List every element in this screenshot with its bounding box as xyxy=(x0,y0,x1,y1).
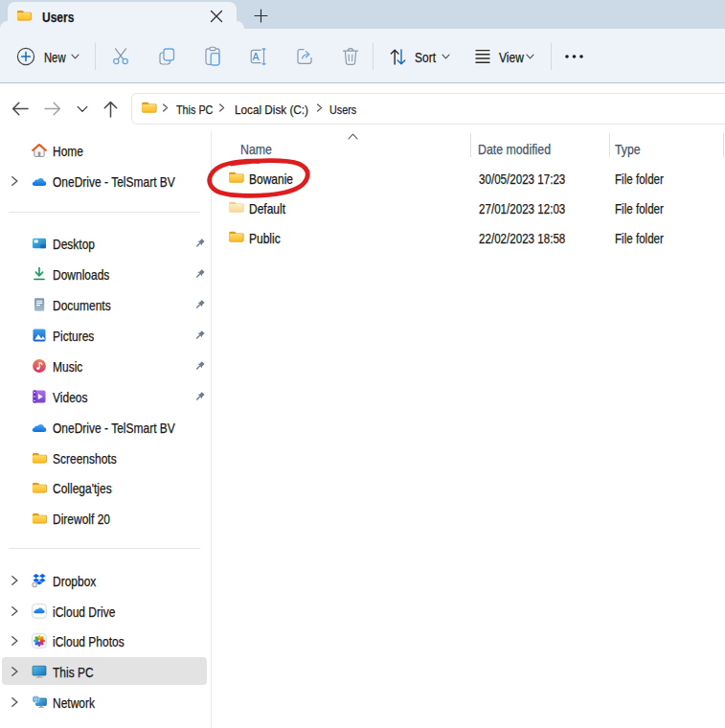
svg-text:A: A xyxy=(253,51,260,62)
